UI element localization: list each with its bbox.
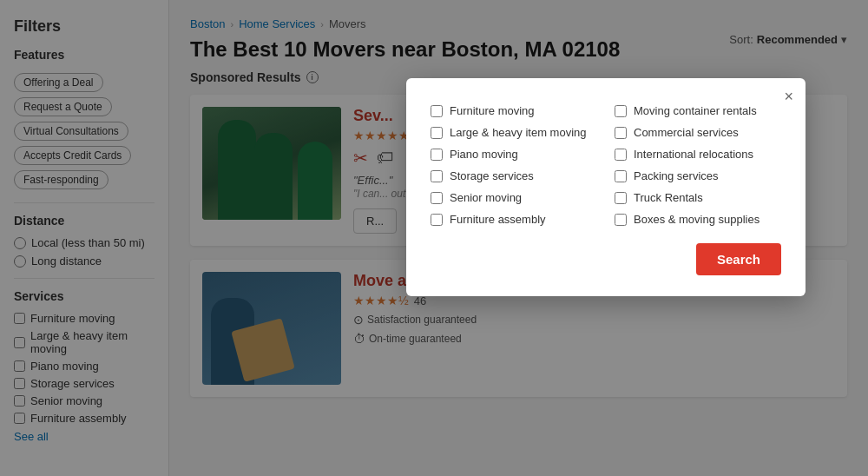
modal-row-large-heavy: Large & heavy item moving (431, 126, 597, 139)
modal-label-furniture-moving: Furniture moving (450, 104, 535, 117)
modal-check-furniture-moving[interactable] (431, 105, 443, 117)
modal-label-commercial: Commercial services (634, 126, 739, 139)
modal-check-moving-container[interactable] (615, 105, 627, 117)
modal-check-truck[interactable] (615, 192, 627, 204)
modal-check-senior[interactable] (431, 192, 443, 204)
modal-label-moving-container: Moving container rentals (634, 104, 757, 117)
modal-check-packing[interactable] (615, 170, 627, 182)
modal-row-furniture-assembly: Furniture assembly (431, 213, 597, 226)
modal-row-storage: Storage services (431, 169, 597, 182)
modal-label-furniture-assembly: Furniture assembly (450, 213, 546, 226)
modal-label-international: International relocations (634, 148, 753, 161)
modal-check-commercial[interactable] (615, 127, 627, 139)
modal-search-button[interactable]: Search (696, 243, 781, 275)
modal-label-boxes: Boxes & moving supplies (634, 213, 760, 226)
modal-check-piano[interactable] (431, 149, 443, 161)
modal-label-piano: Piano moving (450, 148, 518, 161)
modal: × Furniture moving Moving container rent… (406, 78, 806, 296)
modal-row-packing: Packing services (615, 169, 781, 182)
modal-label-storage: Storage services (450, 169, 534, 182)
modal-row-commercial: Commercial services (615, 126, 781, 139)
modal-checkbox-grid: Furniture moving Moving container rental… (431, 104, 781, 226)
modal-check-storage[interactable] (431, 170, 443, 182)
modal-check-furniture-assembly[interactable] (431, 214, 443, 226)
modal-check-international[interactable] (615, 149, 627, 161)
modal-row-furniture-moving: Furniture moving (431, 104, 597, 117)
modal-label-large-heavy: Large & heavy item moving (450, 126, 587, 139)
modal-label-truck: Truck Rentals (634, 191, 703, 204)
modal-row-moving-container: Moving container rentals (615, 104, 781, 117)
modal-row-boxes: Boxes & moving supplies (615, 213, 781, 226)
modal-check-boxes[interactable] (615, 214, 627, 226)
modal-row-truck: Truck Rentals (615, 191, 781, 204)
modal-close-button[interactable]: × (784, 89, 793, 104)
modal-row-piano: Piano moving (431, 148, 597, 161)
modal-label-senior: Senior moving (450, 191, 522, 204)
modal-label-packing: Packing services (634, 169, 719, 182)
modal-row-senior: Senior moving (431, 191, 597, 204)
modal-row-international: International relocations (615, 148, 781, 161)
modal-check-large-heavy[interactable] (431, 127, 443, 139)
